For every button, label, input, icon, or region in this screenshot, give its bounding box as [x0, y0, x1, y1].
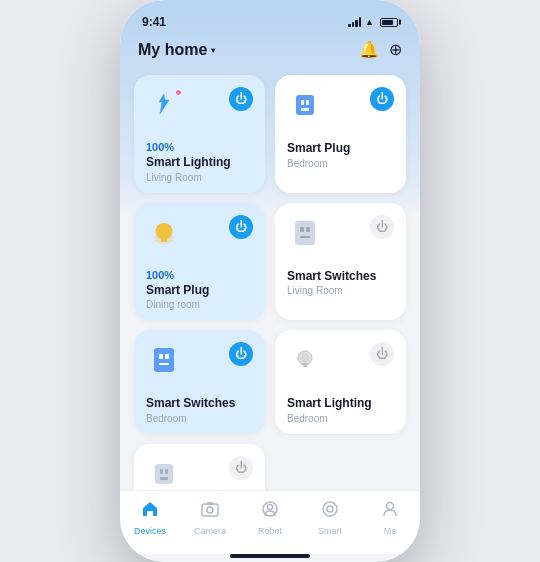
card-top: ⏻ [146, 342, 253, 378]
device-name: Smart Plug [146, 283, 253, 299]
svg-rect-1 [301, 100, 304, 105]
status-time: 9:41 [142, 15, 166, 29]
card-top: ⏻ [287, 87, 394, 123]
power-button-d4[interactable]: ⏻ [370, 215, 394, 239]
svg-rect-20 [160, 477, 168, 480]
svg-point-28 [387, 503, 394, 510]
add-device-icon[interactable]: ⊕ [389, 40, 402, 59]
svg-rect-18 [160, 469, 163, 474]
home-title[interactable]: My home ▾ [138, 41, 215, 59]
device-room: Living Room [287, 285, 394, 296]
device-card-d2[interactable]: ⏻ Smart Plug Bedroom [275, 75, 406, 193]
power-button-d3[interactable]: ⏻ [229, 215, 253, 239]
device-room: Bedroom [287, 413, 394, 424]
nav-icon-nav-camera [200, 499, 220, 524]
active-dot [175, 89, 182, 96]
device-icon-wrap [146, 215, 182, 251]
svg-point-26 [323, 502, 337, 516]
nav-item-nav-me[interactable]: Me [368, 499, 412, 536]
device-room: Dining room [146, 299, 253, 310]
svg-rect-12 [165, 354, 169, 359]
svg-point-22 [207, 507, 213, 513]
nav-item-nav-robot[interactable]: Robot [248, 499, 292, 536]
svg-rect-0 [296, 95, 314, 115]
device-icon-wrap [287, 215, 323, 251]
card-top: ⏻ [146, 456, 253, 490]
svg-point-27 [327, 506, 333, 512]
device-name: Smart Plug [287, 141, 394, 157]
svg-rect-2 [306, 100, 309, 105]
power-button-d7[interactable]: ⏻ [229, 456, 253, 480]
device-card-d1[interactable]: ⏻ 100% Smart Lighting Living Room [134, 75, 265, 193]
card-top: ⏻ [146, 215, 253, 251]
device-icon-wrap [287, 342, 323, 378]
device-name: Smart Lighting [146, 155, 253, 171]
nav-label-nav-robot: Robot [258, 526, 282, 536]
power-button-d2[interactable]: ⏻ [370, 87, 394, 111]
notification-icon[interactable]: 🔔 [359, 40, 379, 59]
device-name: Smart Switches [287, 269, 394, 285]
device-card-d6[interactable]: ⏻ Smart Lighting Bedroom [275, 330, 406, 434]
nav-label-nav-devices: Devices [134, 526, 166, 536]
power-button-d6[interactable]: ⏻ [370, 342, 394, 366]
device-card-d4[interactable]: ⏻ Smart Switches Living Room [275, 203, 406, 321]
device-icon-wrap [287, 87, 323, 123]
device-name: Smart Switches [146, 396, 253, 412]
home-indicator [230, 554, 310, 558]
header-actions: 🔔 ⊕ [359, 40, 402, 59]
nav-item-nav-camera[interactable]: Camera [188, 499, 232, 536]
header: My home ▾ 🔔 ⊕ [120, 36, 420, 69]
bottom-nav: Devices Camera Robot Smart Me [120, 490, 420, 554]
device-icon-wrap [146, 342, 182, 378]
svg-rect-7 [300, 227, 304, 232]
device-content: ⏻ 100% Smart Lighting Living Room ⏻ Smar… [120, 69, 420, 490]
nav-icon-nav-robot [260, 499, 280, 524]
svg-rect-10 [154, 348, 174, 372]
device-card-d7[interactable]: ⏻ Smart Plug Living Room [134, 444, 265, 490]
battery-icon [380, 18, 398, 27]
device-grid: ⏻ 100% Smart Lighting Living Room ⏻ Smar… [134, 75, 406, 490]
card-top: ⏻ [287, 342, 394, 378]
chevron-down-icon: ▾ [211, 46, 215, 55]
card-top: ⏻ [287, 215, 394, 251]
percentage-value: 100% [146, 141, 174, 153]
svg-rect-5 [161, 239, 167, 242]
device-room: Living Room [146, 172, 253, 183]
power-button-d1[interactable]: ⏻ [229, 87, 253, 111]
card-top: ⏻ [146, 87, 253, 123]
svg-rect-11 [159, 354, 163, 359]
power-button-d5[interactable]: ⏻ [229, 342, 253, 366]
percentage-value: 100% [146, 269, 174, 281]
device-icon-wrap [146, 456, 182, 490]
nav-label-nav-smart: Smart [318, 526, 342, 536]
nav-item-nav-smart[interactable]: Smart [308, 499, 352, 536]
device-room: Bedroom [287, 158, 394, 169]
nav-icon-nav-me [380, 499, 400, 524]
svg-rect-17 [155, 464, 173, 484]
status-icons: ▲ [348, 17, 398, 27]
svg-rect-19 [165, 469, 168, 474]
device-card-d5[interactable]: ⏻ Smart Switches Bedroom [134, 330, 265, 434]
nav-icon-nav-smart [320, 499, 340, 524]
phone-container: 9:41 ▲ My home ▾ 🔔 ⊕ [120, 0, 420, 562]
status-bar: 9:41 ▲ [120, 0, 420, 36]
nav-item-nav-devices[interactable]: Devices [128, 499, 172, 536]
device-card-d3[interactable]: ⏻ 100% Smart Plug Dining room [134, 203, 265, 321]
device-name: Smart Lighting [287, 396, 394, 412]
signal-icon [348, 17, 361, 27]
svg-rect-9 [300, 236, 310, 238]
wifi-icon: ▲ [365, 17, 374, 27]
home-title-text: My home [138, 41, 207, 59]
svg-rect-3 [301, 108, 309, 111]
svg-rect-13 [159, 363, 169, 365]
svg-rect-23 [207, 502, 213, 505]
nav-icon-nav-devices [140, 499, 160, 524]
svg-rect-6 [295, 221, 315, 245]
percentage-row: 100% [146, 269, 253, 281]
percentage-row: 100% [146, 141, 253, 153]
svg-rect-21 [202, 504, 218, 516]
svg-rect-16 [303, 365, 307, 367]
nav-label-nav-me: Me [384, 526, 397, 536]
nav-label-nav-camera: Camera [194, 526, 226, 536]
device-room: Bedroom [146, 413, 253, 424]
